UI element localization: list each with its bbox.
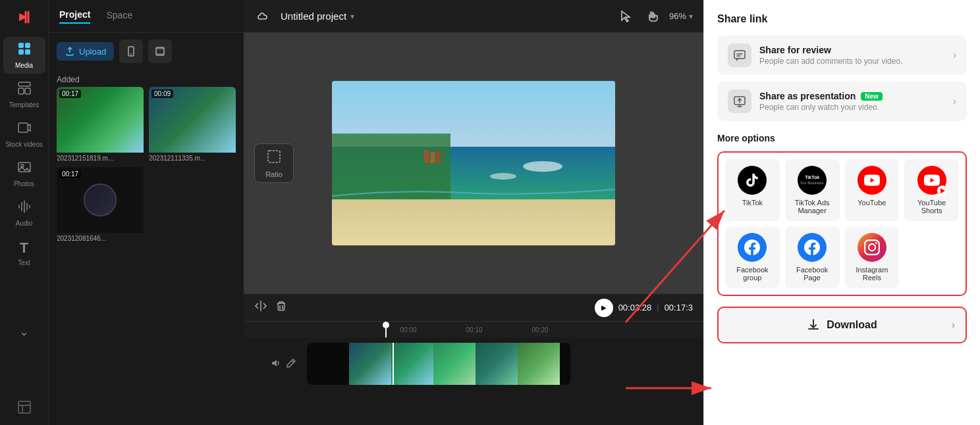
sidebar-item-audio[interactable]: Audio xyxy=(3,195,45,232)
sidebar-item-photos[interactable]: Photos xyxy=(3,155,45,192)
ratio-label: Ratio xyxy=(265,170,283,178)
svg-rect-4 xyxy=(25,49,30,55)
media-item[interactable]: 00:09 202312111335.m... xyxy=(149,87,236,162)
space-tab[interactable]: Space xyxy=(106,10,132,23)
cloud-save-button[interactable] xyxy=(254,7,273,26)
project-title-chevron: ▾ xyxy=(350,12,354,21)
share-for-review-option[interactable]: Share for review People can add comments… xyxy=(717,36,967,75)
audio-icon xyxy=(17,199,32,217)
new-badge: New xyxy=(861,92,883,101)
sidebar-item-stock-videos[interactable]: Stock videos xyxy=(3,116,45,153)
zoom-chevron-icon: ▾ xyxy=(689,12,693,21)
share-as-presentation-option[interactable]: Share as presentation New People can onl… xyxy=(717,82,967,121)
svg-rect-23 xyxy=(431,152,435,163)
media-duration-badge: 00:17 xyxy=(59,170,81,178)
chevron-down-icon: ⌄ xyxy=(19,324,29,339)
ratio-button[interactable]: Ratio xyxy=(254,143,294,183)
video-track-clip[interactable] xyxy=(307,343,570,385)
photos-icon xyxy=(17,160,32,178)
mobile-view-button[interactable] xyxy=(119,39,143,63)
split-button[interactable] xyxy=(254,299,267,316)
zoom-control[interactable]: 96% ▾ xyxy=(669,11,693,21)
templates-icon xyxy=(17,81,32,99)
more-options-title: More options xyxy=(717,133,967,143)
ruler-mark-2: 00:20 xyxy=(507,326,573,334)
youtube-shorts-option[interactable]: YouTube Shorts xyxy=(904,159,959,221)
youtube-option[interactable]: YouTube xyxy=(845,159,900,221)
svg-rect-24 xyxy=(436,151,441,163)
hand-tool-button[interactable] xyxy=(643,7,661,26)
sidebar-item-text[interactable]: T Text xyxy=(3,234,45,271)
video-preview xyxy=(332,81,615,245)
facebook-group-option[interactable]: Facebook group xyxy=(725,226,780,288)
share-presentation-desc: People can only watch your video. xyxy=(759,103,945,112)
track-thumb xyxy=(391,343,433,385)
instagram-reels-option[interactable]: Instagram Reels xyxy=(845,226,900,288)
video-track[interactable] xyxy=(307,343,698,385)
current-time: 00:03:28 xyxy=(618,303,652,312)
track-thumb xyxy=(307,343,349,385)
volume-icon xyxy=(270,358,281,368)
editor-header: Untitled project ▾ 96% ▾ xyxy=(244,0,703,33)
media-item[interactable]: 00:17 202312151819.m... xyxy=(57,87,144,162)
track-thumb xyxy=(433,343,476,385)
volume-button[interactable] xyxy=(270,358,281,370)
social-platform-grid: TikTok TikTok For Business TikTok Ads Ma… xyxy=(717,151,967,296)
beach-preview-svg xyxy=(332,81,615,245)
svg-point-13 xyxy=(130,53,132,55)
youtube-shorts-icon xyxy=(917,166,946,195)
added-section-label: Added xyxy=(49,70,244,87)
hand-icon xyxy=(645,10,659,23)
media-panel-wrapper: Project Space Upload xyxy=(49,0,244,425)
media-item-filename: 202312151819.m... xyxy=(57,155,142,162)
sidebar-bottom-icon[interactable] xyxy=(17,400,32,417)
svg-rect-6 xyxy=(18,88,24,94)
youtube-label: YouTube xyxy=(858,199,886,207)
delete-icon xyxy=(275,300,287,312)
top-navigation: Project Space xyxy=(49,0,244,33)
share-review-icon xyxy=(728,43,751,67)
mobile-icon xyxy=(126,46,136,57)
sidebar-item-media[interactable]: Media xyxy=(3,37,45,74)
pointer-tool-button[interactable] xyxy=(616,7,635,26)
track-thumb xyxy=(518,343,560,385)
svg-rect-19 xyxy=(332,134,450,199)
project-title-area[interactable]: Untitled project ▾ xyxy=(281,11,354,22)
canvas-area: Ratio xyxy=(244,33,703,293)
svg-rect-18 xyxy=(332,199,615,245)
media-duration-badge: 00:09 xyxy=(151,89,173,98)
pointer-icon xyxy=(619,10,632,23)
upload-button[interactable]: Upload xyxy=(57,42,114,61)
tiktok-option[interactable]: TikTok xyxy=(725,159,780,221)
svg-rect-22 xyxy=(424,150,429,163)
facebook-page-option[interactable]: Facebook Page xyxy=(785,226,840,288)
download-button[interactable]: Download › xyxy=(717,307,967,343)
timeline-track-row xyxy=(244,338,703,390)
edit-button[interactable] xyxy=(286,358,296,370)
play-pause-button[interactable]: ▶ xyxy=(595,299,613,317)
sidebar-item-templates[interactable]: Templates xyxy=(3,76,45,113)
media-panel: Upload Added 00:17 xyxy=(49,33,244,425)
track-thumb xyxy=(560,343,570,385)
sidebar-item-media-label: Media xyxy=(15,62,33,69)
media-icon xyxy=(17,41,32,59)
share-presentation-title: Share as presentation New xyxy=(759,91,945,101)
media-duration-badge: 00:17 xyxy=(59,89,81,98)
delete-button[interactable] xyxy=(275,300,287,315)
track-thumb xyxy=(476,343,518,385)
tiktok-ads-option[interactable]: TikTok For Business TikTok Ads Manager xyxy=(785,159,840,221)
instagram-icon xyxy=(858,233,886,262)
ruler-mark-1: 00:10 xyxy=(441,326,507,334)
share-review-arrow: › xyxy=(953,49,956,61)
ratio-icon xyxy=(266,149,282,168)
tablet-view-button[interactable] xyxy=(148,39,172,63)
sidebar-more-button[interactable]: ⌄ xyxy=(3,321,45,342)
svg-rect-5 xyxy=(18,82,30,86)
media-item[interactable]: 00:17 202312081646... xyxy=(57,167,144,242)
stock-videos-icon xyxy=(17,120,32,138)
project-title: Untitled project xyxy=(281,11,346,22)
facebook-page-label: Facebook Page xyxy=(788,266,837,282)
sidebar-item-stock-label: Stock videos xyxy=(5,141,43,148)
media-tools-bar: Upload xyxy=(49,33,244,70)
project-tab[interactable]: Project xyxy=(59,9,90,24)
